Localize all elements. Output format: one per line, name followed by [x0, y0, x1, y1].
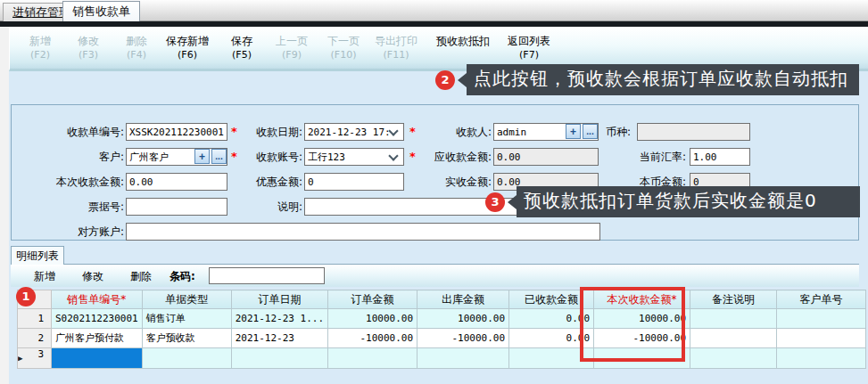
grid-cell[interactable]	[690, 309, 777, 329]
toolbar-add-button[interactable]: 新增 (F2)	[17, 34, 63, 62]
current-row-marker-icon: ▶	[18, 348, 22, 368]
detail-add-button[interactable]: 新增	[23, 268, 66, 284]
grid-cell[interactable]: 广州客户预付款	[52, 329, 143, 348]
grid-header-row: 销售单编号* 单据类型 订单日期 订单金额 出库金额 已收款金额 本次收款金额*…	[18, 290, 866, 309]
toolbar-next-page-label: 下一页	[318, 34, 368, 48]
grid-header-order-date[interactable]: 订单日期	[231, 290, 327, 309]
toolbar-prev-page-key: (F9)	[267, 48, 317, 62]
grid-cell[interactable]: 0.00	[509, 329, 594, 348]
grid-row-1-num: 1	[18, 309, 52, 329]
barcode-input[interactable]	[209, 267, 325, 284]
counter-account-input[interactable]	[126, 223, 600, 241]
discount-label: 优惠金额:	[208, 173, 302, 191]
grid-header-outbound-amount[interactable]: 出库金额	[417, 290, 509, 309]
step3-arrow-icon	[508, 195, 517, 209]
receivable-input	[493, 148, 599, 166]
grid-cell[interactable]	[690, 329, 777, 348]
toolbar-save-button[interactable]: 保存 (F5)	[219, 34, 265, 62]
step1-badge: 1	[16, 287, 36, 306]
currency-input	[637, 123, 750, 141]
grid-header-remark[interactable]: 备注说明	[690, 290, 777, 309]
toolbar-save-label: 保存	[219, 34, 265, 48]
grid-cell[interactable]	[690, 348, 777, 369]
grid-selected-cell[interactable]	[52, 348, 143, 369]
grid-row-2[interactable]: 2 广州客户预付款 客户预收款 2021-12-23 -10000.00 -10…	[18, 329, 866, 348]
toolbar-export-print-button[interactable]: 导出打印 (F11)	[368, 34, 424, 62]
counter-account-label: 对方账户:	[12, 223, 124, 241]
grid-cell[interactable]	[777, 329, 866, 348]
toolbar-save-new-button[interactable]: 保存新增 (F6)	[160, 34, 215, 62]
toolbar-add-label: 新增	[17, 34, 63, 48]
exchange-rate-label: 当前汇率:	[591, 148, 686, 166]
grid-cell[interactable]	[594, 348, 690, 369]
grid-header-doc-type[interactable]: 单据类型	[142, 290, 231, 309]
grid-cell[interactable]: 10000.00	[328, 309, 417, 329]
annotation-step3: 3 预收款抵扣订单货款后实收金额是0	[485, 186, 860, 217]
grid-cell[interactable]	[231, 348, 327, 369]
toolbar-prepay-deduct-label: 预收款抵扣	[427, 34, 499, 48]
detail-grid: 销售单编号* 单据类型 订单日期 订单金额 出库金额 已收款金额 本次收款金额*…	[17, 290, 866, 369]
toolbar-save-new-key: (F6)	[160, 48, 215, 62]
receipt-date-label: 收款日期:	[208, 123, 302, 141]
detail-list-tab[interactable]: 明细列表	[11, 246, 64, 265]
bill-no-label: 票据号:	[12, 198, 124, 216]
grid-cell[interactable]: 客户预收款	[142, 329, 231, 348]
toolbar-export-print-key: (F11)	[368, 48, 424, 62]
grid-cell[interactable]: -10000.00	[594, 329, 690, 348]
toolbar-back-to-list-button[interactable]: 返回列表 (F7)	[500, 34, 558, 62]
step2-badge: 2	[435, 70, 455, 90]
account-label: 收款账号:	[208, 148, 302, 166]
grid-cell[interactable]: 销售订单	[142, 309, 231, 329]
tab-sales-receipt[interactable]: 销售收款单	[62, 1, 140, 21]
toolbar-prev-page-label: 上一页	[267, 34, 317, 48]
grid-cell[interactable]	[417, 348, 509, 369]
discount-input[interactable]	[304, 173, 404, 191]
grid-cell[interactable]	[777, 348, 866, 369]
toolbar-delete-key: (F4)	[113, 48, 160, 62]
toolbar-delete-label: 删除	[113, 34, 160, 48]
toolbar-next-page-button[interactable]: 下一页 (F10)	[318, 34, 368, 62]
grid-cell[interactable]: 2021-12-23	[231, 329, 327, 348]
step3-tooltip: 预收款抵扣订单货款后实收金额是0	[517, 186, 860, 217]
grid-cell[interactable]: 0.00	[509, 309, 594, 329]
grid-row-1[interactable]: 1 S0202112230001 销售订单 2021-12-23 1... 10…	[18, 309, 866, 329]
toolbar-add-key: (F2)	[17, 48, 63, 62]
grid-header-order-amount[interactable]: 订单金额	[328, 290, 417, 309]
toolbar-delete-button[interactable]: 删除 (F4)	[113, 34, 160, 62]
grid-cell[interactable]: 2021-12-23 1...	[231, 309, 327, 329]
grid-cell[interactable]: 10000.00	[417, 309, 509, 329]
grid-cell[interactable]: S0202112230001	[52, 309, 143, 329]
grid-cell[interactable]	[509, 348, 594, 369]
payee-label: 收款人:	[395, 123, 492, 141]
grid-cell[interactable]	[777, 309, 866, 329]
current-amount-label: 本次收款金额:	[12, 173, 124, 191]
grid-cell[interactable]: -10000.00	[328, 329, 417, 348]
toolbar-next-page-key: (F10)	[318, 48, 368, 62]
toolbar-edit-button[interactable]: 修改 (F3)	[65, 34, 112, 62]
grid-header-current-receipt-amount[interactable]: 本次收款金额*	[594, 290, 690, 309]
toolbar-save-new-label: 保存新增	[160, 34, 215, 48]
step2-arrow-icon	[458, 73, 467, 87]
grid-header-sales-order-no[interactable]: 销售单编号*	[52, 290, 143, 309]
grid-header-received-amount[interactable]: 已收款金额	[509, 290, 594, 309]
grid-row-3[interactable]: ▶3	[18, 348, 866, 369]
grid-cell[interactable]	[328, 348, 417, 369]
exchange-rate-input[interactable]	[690, 148, 750, 166]
grid-cell[interactable]: 10000.00	[594, 309, 690, 329]
toolbar-prepay-deduct-button[interactable]: 预收款抵扣	[427, 34, 499, 48]
grid-cell[interactable]: -10000.00	[417, 329, 509, 348]
detail-edit-button[interactable]: 修改	[71, 268, 114, 284]
receipt-form-panel: 收款单编号: * 收款日期: * 收款人: + ... 币种: 客户: + ..…	[11, 104, 859, 241]
top-tab-strip: 进销存管理 销售收款单	[0, 0, 868, 21]
left-gutter	[0, 27, 9, 384]
toolbar-prev-page-button[interactable]: 上一页 (F9)	[267, 34, 317, 62]
actual-amount-label: 实收金额:	[395, 173, 492, 191]
detail-toolbar: 新增 修改 删除 条码:	[11, 264, 859, 287]
grid-header-customer-order-no[interactable]: 客户单号	[777, 290, 866, 309]
detail-delete-button[interactable]: 删除	[120, 268, 162, 284]
step2-tooltip: 点此按钮，预收款会根据订单应收款自动抵扣	[467, 64, 859, 95]
receivable-label: 应收款金额:	[395, 148, 492, 166]
grid-cell[interactable]	[142, 348, 231, 369]
grid-row-3-num: ▶3	[18, 348, 52, 369]
note-label: 说明:	[208, 198, 302, 216]
